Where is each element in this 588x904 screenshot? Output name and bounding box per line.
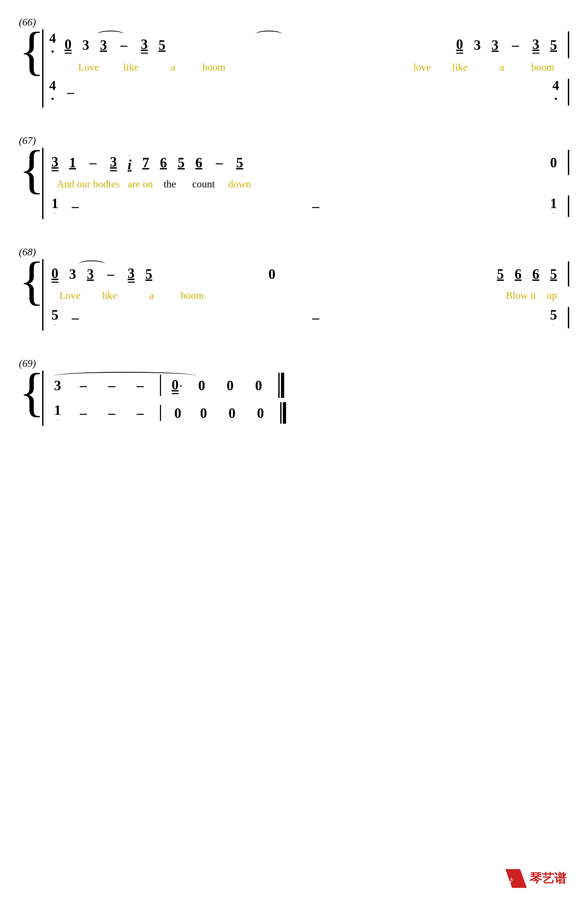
treble-staff-67: 3 1 – 3 · i — [46, 148, 569, 177]
note-value: 6 — [160, 155, 167, 171]
note-value: 0 — [550, 155, 557, 171]
bass-staff-67: 1 · – – 1 · — [46, 193, 569, 219]
bass-ts-top: 4 — [49, 79, 56, 92]
bass-staff-66: 4 · – 4 · — [46, 76, 569, 107]
dash-67-2: – — [216, 155, 223, 171]
note-69-6: 0 — [198, 378, 205, 394]
lyric-are: are on — [128, 178, 153, 190]
note-66-2: 3 — [82, 37, 89, 53]
final-barline-bass-69 — [280, 402, 286, 424]
note-66-8: 3 — [492, 37, 499, 53]
note-value: 3 — [474, 37, 481, 53]
bar-thin — [278, 373, 280, 398]
under-dot: · — [57, 417, 58, 424]
mid-barline-bass-69 — [160, 405, 161, 421]
note-67-4: · i — [128, 152, 131, 173]
note-value: 0 — [200, 405, 207, 421]
lyric-love-1: Love — [78, 61, 99, 73]
note-value: 0 — [172, 377, 179, 394]
system-bracket-67: { — [19, 153, 45, 219]
bass-note-68-2: 5 · — [550, 307, 557, 328]
note-value: 5 — [145, 266, 153, 282]
lyric-and: And our bodies — [57, 178, 120, 190]
lyric-like-1: like — [123, 61, 139, 73]
note-value: 0 — [255, 378, 262, 394]
bass-note-68-1: 5 · — [52, 307, 58, 328]
note-value: 3 — [533, 36, 539, 54]
note-67-9: 5 — [236, 155, 243, 171]
treble-staff-66: 4 · 0 3 3 – — [46, 29, 569, 60]
bar-thick — [281, 373, 284, 398]
note-68-4: 3 — [128, 265, 135, 283]
note-66-5: 5 — [159, 37, 166, 53]
end-bar-bass-67 — [568, 196, 569, 217]
end-bar-68 — [568, 261, 569, 286]
bass-dash-66-1: – — [67, 84, 74, 100]
lyric-boom-68: boom — [181, 289, 204, 301]
bass-ts-bottom: · — [51, 92, 55, 106]
lyric-blow: Blow it — [506, 289, 536, 301]
note-value: 5 — [178, 155, 184, 171]
under-dot: · — [54, 210, 56, 217]
lyrics-row-67: And our bodies are on the count down — [46, 177, 569, 191]
note-66-6: 0 — [456, 36, 463, 54]
lyric-boom-2: boom — [531, 61, 555, 73]
note-value: 1 — [54, 402, 61, 418]
lyric-up: up — [547, 289, 557, 301]
note-value: 5 — [550, 266, 557, 282]
lyric-down: down — [229, 178, 251, 190]
note-68-7: 5 — [497, 266, 504, 282]
end-bar-bass-66 — [568, 79, 569, 106]
bass-staff-69: 1 · – – – 0 — [46, 400, 569, 426]
note-value: 5 — [497, 266, 504, 282]
note-67-8: 6 — [195, 155, 202, 171]
dash-67-1: – — [90, 155, 97, 171]
bass-ts2-bottom: · — [554, 92, 558, 106]
note-value: 3 — [100, 37, 107, 53]
note-67-3: 3 — [110, 154, 117, 171]
measure-row-68: (68) { 0 3 3 — [19, 246, 569, 330]
note-66-7: 3 — [474, 37, 481, 53]
under-dot: · — [553, 210, 555, 217]
bass-staff-68: 5 · – – 5 · — [46, 305, 569, 330]
dash-66-2: – — [512, 37, 519, 53]
dash-69-3: – — [137, 378, 144, 394]
note-value: 5 — [236, 155, 243, 171]
measure-number-69: (69) — [19, 357, 569, 369]
note-value: 5 — [52, 307, 58, 323]
svg-text:♪: ♪ — [509, 874, 513, 885]
note-67-1: 3 — [52, 154, 58, 171]
dash-69-2: – — [109, 378, 115, 394]
note-value: 3 — [128, 265, 135, 283]
note-66-3: 3 — [100, 37, 107, 53]
logo-icon: ♪ — [505, 869, 527, 888]
bass-dash-69-3: – — [137, 405, 144, 421]
note-68-9: 6 — [533, 266, 539, 282]
note-68-6: 0 — [268, 266, 275, 282]
dash-69-1: – — [80, 378, 87, 394]
lyric-the: the — [164, 178, 176, 190]
treble-staff-68: 0 3 3 – 3 — [46, 259, 569, 289]
bass-note-69-5: 0 — [257, 405, 264, 421]
system-bracket: { — [19, 35, 45, 107]
bass-dash-69-2: – — [109, 405, 115, 421]
note-69-7: 0 — [227, 378, 234, 394]
note-69-1: 3 — [54, 378, 61, 394]
note-value: 0 — [198, 378, 205, 394]
note-value: 3 — [492, 37, 499, 53]
bass-note-69-4: 0 — [229, 405, 236, 421]
ts-bottom: · — [51, 45, 55, 58]
bar-thick — [283, 402, 286, 424]
bass-dash-68-1: – — [72, 310, 79, 326]
note-value: 6 — [515, 266, 522, 282]
final-barline-69 — [278, 373, 284, 398]
note-value: 6 — [533, 266, 539, 282]
system-bracket-69: { — [19, 376, 45, 426]
note-68-5: 5 — [145, 266, 153, 282]
note-value: 7 — [142, 155, 149, 171]
dash-66-1: – — [120, 37, 128, 53]
note-67-5: 7 — [142, 155, 149, 171]
lyric-love-2: love — [413, 61, 431, 73]
measure-number-67: (67) — [19, 134, 569, 146]
lyric-count: count — [192, 178, 215, 190]
